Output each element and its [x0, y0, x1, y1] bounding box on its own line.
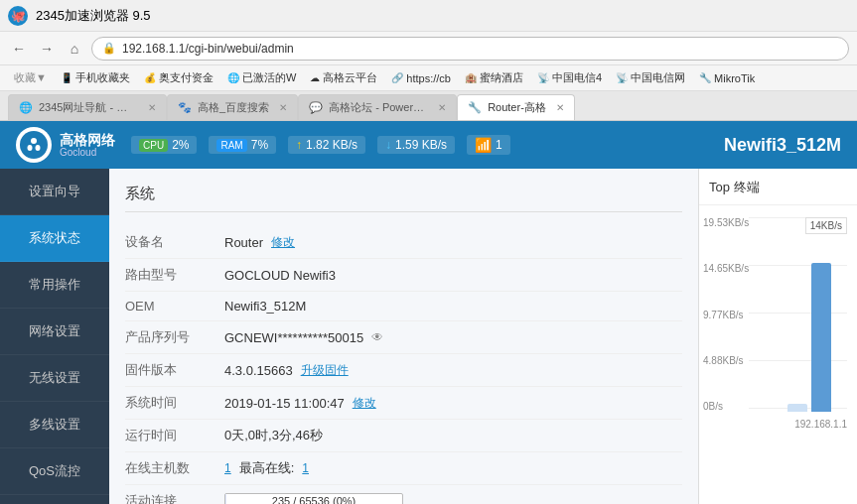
browser-nav: ← → ⌂ 🔒 192.168.1.1/cgi-bin/webui/admin: [0, 32, 857, 65]
tab-2345-close[interactable]: ✕: [148, 102, 156, 113]
connections-progress: 235 / 65536 (0%): [224, 493, 403, 504]
bookmark-mobile[interactable]: 📱 手机收藏夹: [55, 68, 136, 87]
sidebar-item-multiline[interactable]: 多线设置: [0, 402, 109, 448]
info-row-time: 系统时间 2019-01-15 11:00:47 修改: [125, 387, 682, 420]
value-oem: Newifi3_512M: [224, 299, 306, 314]
bookmark-mikrotik-icon: 🔧: [699, 72, 711, 83]
tab-router-close[interactable]: ✕: [556, 102, 564, 113]
wifi-icon: 📶: [475, 137, 492, 153]
browser-title: 2345加速浏览器 9.5: [36, 7, 151, 25]
info-row-online: 在线主机数 1 最高在线: 1: [125, 452, 682, 485]
firmware-value: 4.3.0.15663: [224, 363, 293, 378]
logo-area: 高格网络 Gocloud: [16, 127, 115, 163]
bookmark-activated[interactable]: 🌐 已激活的W: [221, 68, 302, 87]
label-device: 设备名: [125, 233, 224, 251]
main-content: 设置向导 系统状态 常用操作 网络设置 无线设置 多线设置 QoS流控 网络安全…: [0, 169, 857, 504]
tab-baidu[interactable]: 🐾 高格_百度搜索 ✕: [167, 94, 298, 120]
y-label-2: 4.88KB/s: [703, 355, 749, 366]
value-connections: 235 / 65536 (0%): [224, 493, 403, 504]
value-firmware: 4.3.0.15663 升级固件: [224, 362, 349, 379]
sidebar-item-security[interactable]: 网络安全: [0, 495, 109, 504]
ram-stat: RAM 7%: [209, 136, 276, 154]
content-area: 系统 设备名 Router 修改 路由型号 GOCLOUD Newifi3: [109, 169, 857, 504]
label-firmware: 固件版本: [125, 361, 224, 379]
oem-value: Newifi3_512M: [224, 299, 306, 314]
chart-bar-2: [811, 263, 831, 412]
device-name: Newifi3_512M: [724, 135, 841, 156]
bookmark-telecom-net[interactable]: 📡 中国电信网: [610, 68, 691, 87]
value-time: 2019-01-15 11:00:47 修改: [224, 395, 376, 412]
upgrade-firmware-link[interactable]: 升级固件: [301, 362, 349, 379]
ram-value: 7%: [251, 138, 268, 152]
value-device: Router 修改: [224, 234, 295, 251]
serial-value: GCNEWI**********50015: [224, 330, 363, 345]
info-row-device: 设备名 Router 修改: [125, 226, 682, 259]
edit-device-link[interactable]: 修改: [271, 234, 295, 251]
logo-name: 高格网络: [60, 133, 115, 147]
sidebar-item-setup[interactable]: 设置向导: [0, 169, 109, 215]
bookmark-telecom-net-icon: 📡: [616, 72, 628, 83]
bookmark-telecom4[interactable]: 📡 中国电信4: [531, 68, 608, 87]
logo-circle: [16, 127, 52, 163]
label-serial: 产品序列号: [125, 328, 224, 346]
chart-bar-1: [787, 404, 807, 412]
info-row-serial: 产品序列号 GCNEWI**********50015 👁: [125, 321, 682, 354]
tab-baidu-close[interactable]: ✕: [279, 102, 287, 113]
edit-time-link[interactable]: 修改: [353, 395, 376, 412]
logo-inner: [20, 131, 48, 159]
bookmark-icon: 📱: [61, 72, 72, 83]
logo-text-area: 高格网络 Gocloud: [60, 133, 115, 158]
ram-chip: RAM: [216, 139, 246, 152]
logo-svg: [23, 134, 45, 156]
info-row-uptime: 运行时间 0天,0时,3分,46秒: [125, 420, 682, 452]
bookmark-mikrotik[interactable]: 🔧 MikroTik: [693, 70, 761, 86]
sidebar-item-status[interactable]: 系统状态: [0, 215, 109, 262]
app-header: 高格网络 Gocloud CPU 2% RAM 7% ↑ 1.82 KB/s ↓…: [0, 121, 857, 169]
info-row-oem: OEM Newifi3_512M: [125, 292, 682, 321]
bookmark-hotel[interactable]: 🏨 蜜纳酒店: [459, 68, 529, 87]
sidebar-item-ops[interactable]: 常用操作: [0, 262, 109, 309]
forward-button[interactable]: →: [36, 38, 58, 60]
online-count-link[interactable]: 1: [224, 461, 231, 475]
browser-titlebar: 🐙 2345加速浏览器 9.5: [0, 0, 857, 32]
bookmark-cloud[interactable]: ☁ 高格云平台: [304, 68, 383, 87]
eye-icon[interactable]: 👁: [371, 330, 383, 344]
info-row-firmware: 固件版本 4.3.0.15663 升级固件: [125, 354, 682, 387]
tab-forum-icon: 💬: [309, 101, 323, 114]
tab-router[interactable]: 🔧 Router-高格 ✕: [457, 94, 575, 120]
label-online: 在线主机数: [125, 459, 224, 477]
sidebar-item-network[interactable]: 网络设置: [0, 309, 109, 355]
bookmark-pay[interactable]: 💰 奥支付资金: [138, 68, 219, 87]
max-online-link[interactable]: 1: [302, 461, 309, 475]
back-button[interactable]: ←: [8, 38, 30, 60]
sidebar-item-wireless[interactable]: 无线设置: [0, 355, 109, 402]
value-online: 1 最高在线: 1: [224, 459, 309, 477]
chart-bars: [787, 217, 847, 412]
tab-forum[interactable]: 💬 高格论坛 - Powered by Discu... ✕: [298, 94, 457, 120]
address-bar[interactable]: 🔒 192.168.1.1/cgi-bin/webui/admin: [91, 37, 849, 61]
address-text: 192.168.1.1/cgi-bin/webui/admin: [122, 42, 294, 56]
label-connections: 活动连接: [125, 492, 224, 504]
device-name-value: Router: [224, 235, 263, 250]
tab-forum-close[interactable]: ✕: [438, 102, 446, 113]
value-model: GOCLOUD Newifi3: [224, 268, 336, 283]
tab-2345[interactable]: 🌐 2345网址导航 - 开创中国百年 ✕: [8, 94, 167, 120]
label-oem: OEM: [125, 299, 224, 314]
svg-point-1: [31, 138, 37, 144]
sidebar-item-qos[interactable]: QoS流控: [0, 448, 109, 495]
cpu-chip: CPU: [139, 139, 168, 152]
cpu-stat: CPU 2%: [131, 136, 197, 154]
upload-arrow-icon: ↑: [296, 138, 302, 152]
value-serial: GCNEWI**********50015 👁: [224, 330, 383, 345]
app-layout: 高格网络 Gocloud CPU 2% RAM 7% ↑ 1.82 KB/s ↓…: [0, 121, 857, 504]
sidebar: 设置向导 系统状态 常用操作 网络设置 无线设置 多线设置 QoS流控 网络安全: [0, 169, 109, 504]
logo-sub: Gocloud: [60, 147, 115, 158]
lock-icon: 🔒: [102, 42, 116, 55]
bookmark-cb[interactable]: 🔗 https://cb: [385, 70, 457, 86]
wifi-count: 1: [496, 138, 502, 152]
home-button[interactable]: ⌂: [64, 38, 85, 60]
top-panel-title: Top 终端: [699, 179, 857, 205]
upload-stat: ↑ 1.82 KB/s: [288, 136, 365, 154]
progress-overlay: 235 / 65536 (0%): [224, 493, 403, 504]
legend-label: 14KB/s: [810, 220, 842, 231]
